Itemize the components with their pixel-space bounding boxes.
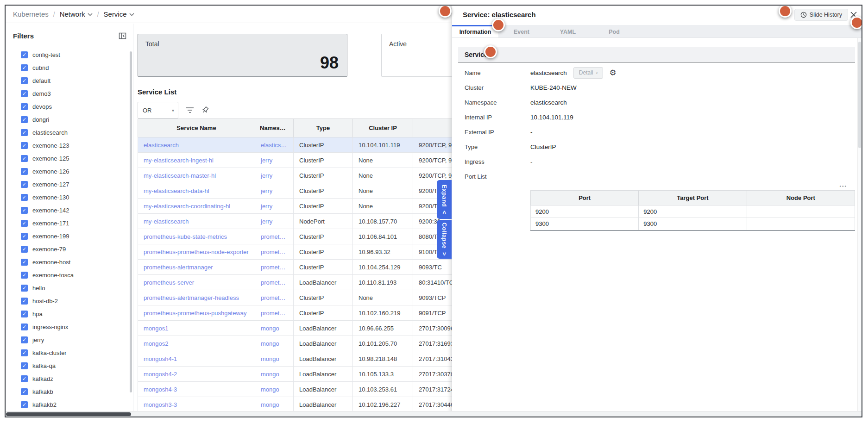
service-namespace-link[interactable]: jerry — [255, 183, 294, 199]
service-namespace-link[interactable]: elasticsearch — [255, 137, 294, 153]
column-header-service-name[interactable]: Service Name — [138, 119, 255, 137]
checkbox-checked-icon[interactable]: ✓ — [21, 155, 28, 162]
filter-checkbox-item[interactable]: ✓ kafkakb2 — [6, 398, 133, 411]
service-namespace-link[interactable]: prometheus — [255, 260, 294, 275]
panel-tab[interactable]: Information — [452, 25, 498, 37]
filter-checkbox-item[interactable]: ✓ kafkakb — [6, 385, 133, 398]
service-name-link[interactable]: mongos1 — [138, 321, 255, 336]
service-name-link[interactable]: my-elasticsearch-master-hl — [138, 168, 255, 183]
filter-checkbox-item[interactable]: ✓ config-test — [6, 48, 133, 61]
service-table-row[interactable]: my-elasticsearch-master-hl jerry Cluster… — [138, 168, 452, 183]
filter-checkbox-item[interactable]: ✓ elasticsearch — [6, 126, 133, 139]
filter-checkbox-item[interactable]: ✓ kafkadz — [6, 372, 133, 385]
service-namespace-link[interactable]: mongo — [255, 397, 294, 411]
breadcrumb-root[interactable]: Kubernetes — [13, 10, 49, 18]
panel-vertical-scrollbar[interactable] — [857, 38, 862, 417]
service-namespace-link[interactable]: jerry — [255, 199, 294, 214]
window-horizontal-scrollbar[interactable] — [6, 411, 862, 417]
filter-checkbox-item[interactable]: ✓ exemone-126 — [6, 165, 133, 178]
service-namespace-link[interactable]: mongo — [255, 382, 294, 397]
filter-checkbox-item[interactable]: ✓ hpa — [6, 307, 133, 320]
checkbox-checked-icon[interactable]: ✓ — [21, 246, 28, 253]
service-name-link[interactable]: prometheus-alertmanager-headless — [138, 290, 255, 305]
service-table-row[interactable]: my-elasticsearch-coordinating-hl jerry C… — [138, 199, 452, 214]
filter-checkbox-item[interactable]: ✓ exemone-123 — [6, 139, 133, 152]
filter-checkbox-item[interactable]: ✓ ingress-nginx — [6, 320, 133, 333]
checkbox-checked-icon[interactable]: ✓ — [21, 194, 28, 201]
service-name-link[interactable]: my-elasticsearch-data-hl — [138, 183, 255, 199]
service-namespace-link[interactable]: prometheus — [255, 275, 294, 290]
service-namespace-link[interactable]: jerry — [255, 168, 294, 183]
service-table-row[interactable]: prometheus-kube-state-metrics prometheus… — [138, 229, 452, 244]
service-name-link[interactable]: my-elasticsearch-coordinating-hl — [138, 199, 255, 214]
service-table-row[interactable]: my-elasticsearch-data-hl jerry ClusterIP… — [138, 183, 452, 199]
expand-panel-button[interactable]: Expand < — [437, 180, 452, 219]
filter-checkbox-item[interactable]: ✓ default — [6, 74, 133, 87]
filter-checkbox-item[interactable]: ✓ jerry — [6, 333, 133, 346]
service-table-row[interactable]: prometheus-alertmanager-headless prometh… — [138, 290, 452, 305]
filter-checkbox-item[interactable]: ✓ dongri — [6, 113, 133, 126]
filter-checkbox-item[interactable]: ✓ exemone-142 — [6, 204, 133, 217]
checkbox-checked-icon[interactable]: ✓ — [21, 362, 28, 369]
service-name-link[interactable]: mongosh4-2 — [138, 367, 255, 382]
filter-checkbox-item[interactable]: ✓ exemone-tosca — [6, 268, 133, 281]
service-namespace-link[interactable]: prometheus — [255, 244, 294, 260]
panel-vertical-scrollbar-thumb[interactable] — [858, 42, 861, 148]
checkbox-checked-icon[interactable]: ✓ — [21, 51, 28, 58]
service-namespace-link[interactable]: prometheus — [255, 290, 294, 305]
checkbox-checked-icon[interactable]: ✓ — [21, 103, 28, 110]
filter-checkbox-item[interactable]: ✓ hello — [6, 281, 133, 294]
checkbox-checked-icon[interactable]: ✓ — [21, 90, 28, 97]
service-name-link[interactable]: my-elasticsearch-ingest-hl — [138, 153, 255, 168]
checkbox-checked-icon[interactable]: ✓ — [21, 168, 28, 175]
checkbox-checked-icon[interactable]: ✓ — [21, 259, 28, 266]
checkbox-checked-icon[interactable]: ✓ — [21, 64, 28, 71]
service-name-link[interactable]: prometheus-kube-state-metrics — [138, 229, 255, 244]
checkbox-checked-icon[interactable]: ✓ — [21, 375, 28, 382]
filter-checkbox-item[interactable]: ✓ cubrid — [6, 61, 133, 74]
service-name-link[interactable]: prometheus-prometheus-pushgateway — [138, 305, 255, 321]
total-count-card[interactable]: Total 98 — [138, 34, 347, 77]
service-namespace-link[interactable]: jerry — [255, 214, 294, 229]
checkbox-checked-icon[interactable]: ✓ — [21, 323, 28, 330]
service-table-row[interactable]: prometheus-prometheus-node-exporter prom… — [138, 244, 452, 260]
slide-history-button[interactable]: Slide History — [794, 9, 848, 21]
panel-tab[interactable]: Event — [498, 25, 545, 37]
service-table-row[interactable]: prometheus-prometheus-pushgateway promet… — [138, 305, 452, 321]
close-panel-button[interactable] — [849, 10, 859, 20]
service-namespace-link[interactable]: prometheus — [255, 305, 294, 321]
service-table-row[interactable]: mongosh4-3 mongo LoadBalancer 10.103.253… — [138, 382, 452, 397]
collapse-panel-button[interactable]: Collapse > — [437, 220, 452, 259]
service-name-link[interactable]: my-elasticsearch — [138, 214, 255, 229]
filter-checkbox-item[interactable]: ✓ exemone-127 — [6, 178, 133, 191]
checkbox-checked-icon[interactable]: ✓ — [21, 401, 28, 408]
checkbox-checked-icon[interactable]: ✓ — [21, 272, 28, 279]
checkbox-checked-icon[interactable]: ✓ — [21, 220, 28, 227]
service-name-link[interactable]: mongosh3-3 — [138, 397, 255, 411]
checkbox-checked-icon[interactable]: ✓ — [21, 129, 28, 136]
filter-checkbox-item[interactable]: ✓ exemone-125 — [6, 152, 133, 165]
more-options-icon[interactable]: ••• — [839, 184, 847, 189]
service-table-row[interactable]: mongosh3-3 mongo LoadBalancer 10.102.196… — [138, 397, 452, 411]
column-header-namespace[interactable]: Namespace — [255, 119, 294, 137]
filter-checkbox-item[interactable]: ✓ exemone-79 — [6, 243, 133, 255]
service-namespace-link[interactable]: prometheus — [255, 229, 294, 244]
gear-icon[interactable]: ⚙ — [609, 69, 616, 77]
panel-tab[interactable]: YAML — [545, 25, 591, 37]
checkbox-checked-icon[interactable]: ✓ — [21, 311, 28, 317]
filter-checkbox-item[interactable]: ✓ host-db-2 — [6, 294, 133, 307]
filter-checkbox-item[interactable]: ✓ exemone-199 — [6, 230, 133, 243]
pin-icon[interactable] — [201, 106, 209, 114]
filter-checkbox-item[interactable]: ✓ devops — [6, 100, 133, 113]
service-table-row[interactable]: prometheus-alertmanager prometheus Clust… — [138, 260, 452, 275]
checkbox-checked-icon[interactable]: ✓ — [21, 77, 28, 84]
filter-checkbox-item[interactable]: ✓ exemone-171 — [6, 217, 133, 230]
filter-checkbox-item[interactable]: ✓ demo3 — [6, 87, 133, 100]
column-header-cluster-ip[interactable]: Cluster IP — [353, 119, 413, 137]
checkbox-checked-icon[interactable]: ✓ — [21, 207, 28, 214]
checkbox-checked-icon[interactable]: ✓ — [21, 181, 28, 188]
service-table-row[interactable]: mongosh4-1 mongo LoadBalancer 10.98.218.… — [138, 351, 452, 367]
column-header-ports[interactable] — [413, 119, 452, 137]
active-count-card[interactable]: Active — [381, 34, 452, 77]
service-table-row[interactable]: elasticsearch elasticsearch ClusterIP 10… — [138, 137, 452, 153]
